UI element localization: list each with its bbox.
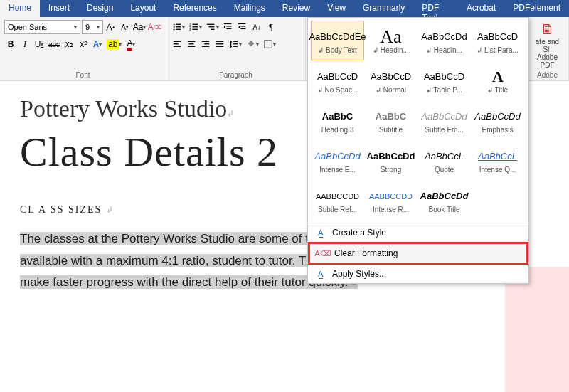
tab-pdftoolset[interactable]: PDF Tool Set [413, 0, 458, 17]
justify-button[interactable] [213, 37, 226, 51]
tab-review[interactable]: Review [274, 0, 319, 17]
bullets-button[interactable]: ▾ [171, 20, 186, 34]
tab-references[interactable]: References [164, 0, 225, 17]
tab-layout[interactable]: Layout [122, 0, 164, 17]
clear-formatting-menu-item[interactable]: A⌫ Clear Formatting [308, 242, 528, 265]
style--table-p-[interactable]: AaBbCcD↲ Table P... [418, 60, 471, 100]
create-style-menu-item[interactable]: A̲ Create a Style [308, 223, 528, 242]
style-label: ↲ Normal [365, 86, 417, 94]
tab-insert[interactable]: Insert [40, 0, 78, 17]
tab-home[interactable]: Home [0, 0, 40, 17]
style-quote[interactable]: AaBbCcLQuote [418, 140, 471, 180]
tab-mailings[interactable]: Mailings [225, 0, 274, 17]
styles-menu: A̲ Create a Style A⌫ Clear Formatting A̲… [308, 223, 528, 283]
style-book-title[interactable]: AaBbCcDdBook Title [418, 180, 471, 220]
style-emphasis[interactable]: AaBbCcDdEmphasis [471, 100, 524, 140]
numbering-button[interactable]: 123▾ [188, 20, 203, 34]
superscript-button[interactable]: x² [77, 37, 90, 51]
tab-view[interactable]: View [319, 0, 354, 17]
grow-font-button[interactable]: A▴ [105, 20, 117, 34]
svg-point-0 [174, 23, 175, 25]
style-subtle-ref-[interactable]: AABBCCDDSubtle Ref... [311, 180, 364, 220]
decrease-indent-button[interactable] [222, 20, 235, 34]
style--body-text[interactable]: AaBbCcDdEe↲ Body Text [311, 21, 364, 60]
svg-rect-35 [233, 43, 238, 44]
italic-button[interactable]: I [18, 37, 31, 51]
svg-text:3: 3 [189, 28, 191, 31]
style-label: Subtle Ref... [312, 206, 363, 213]
svg-rect-20 [240, 28, 245, 29]
sort-button[interactable]: A↓ [250, 20, 263, 34]
svg-rect-7 [192, 24, 198, 25]
create-style-icon: A̲ [315, 227, 326, 238]
align-right-button[interactable] [199, 37, 212, 51]
style-subtitle[interactable]: AaBbCSubtitle [364, 100, 418, 140]
style--no-spac-[interactable]: AaBbCcD↲ No Spac... [311, 60, 364, 100]
font-size-combo[interactable]: 9▾ [82, 20, 102, 34]
svg-rect-16 [226, 26, 231, 26]
underline-button[interactable]: U▾ [33, 37, 46, 51]
tab-grammarly[interactable]: Grammarly [354, 0, 413, 17]
text-effects-button[interactable]: A▾ [91, 37, 104, 51]
style-label: Subtitle [365, 126, 417, 134]
adobe-group: 🗎 ate and Sh Adobe PDF Adobe [526, 17, 569, 80]
clear-formatting-icon[interactable]: A⌫ [148, 20, 161, 34]
style-preview: AaBbCcL [425, 147, 464, 166]
style-preview: AaBbCcDdEe [309, 28, 366, 46]
style--headin-[interactable]: AaBbCcDd↲ Headin... [418, 21, 471, 60]
create-share-pdf-icon[interactable]: 🗎 [531, 21, 564, 38]
bold-button[interactable]: B [4, 37, 17, 51]
svg-rect-34 [233, 41, 238, 42]
svg-rect-9 [192, 26, 198, 27]
style-subtle-em-[interactable]: AaBbCcDdSubtle Em... [418, 100, 471, 140]
highlight-button[interactable]: ab▾ [105, 37, 123, 51]
tab-acrobat[interactable]: Acrobat [458, 0, 504, 17]
style-intense-e-[interactable]: AaBbCcDdIntense E... [311, 140, 364, 180]
svg-point-2 [174, 26, 175, 28]
tab-design[interactable]: Design [78, 0, 122, 17]
font-color-button[interactable]: A▾ [124, 37, 137, 51]
style-strong[interactable]: AaBbCcDdStrong [364, 140, 418, 180]
style--normal[interactable]: AaBbCcD↲ Normal [364, 60, 418, 100]
style-preview: AaBbCcDd [421, 28, 467, 46]
chevron-down-icon: ▾ [74, 24, 77, 31]
style-heading-3[interactable]: AaBbCHeading 3 [311, 100, 364, 140]
svg-rect-26 [188, 46, 196, 47]
subscript-button[interactable]: x₂ [63, 37, 75, 51]
tab-pdfelement[interactable]: PDFelement [504, 0, 569, 17]
increase-indent-button[interactable] [236, 20, 249, 34]
style--list-para-[interactable]: AaBbCcD↲ List Para... [471, 21, 524, 60]
svg-rect-29 [202, 46, 210, 47]
svg-rect-22 [174, 43, 179, 44]
align-center-button[interactable] [185, 37, 198, 51]
line-spacing-button[interactable]: ▾ [228, 37, 243, 51]
style-preview: AaBbCcD [477, 28, 518, 46]
font-name-combo[interactable]: Open Sans▾ [4, 20, 80, 34]
style--title[interactable]: A↲ Title [471, 60, 524, 100]
font-group-label: Font [4, 71, 161, 79]
align-left-button[interactable] [171, 37, 184, 51]
borders-button[interactable]: ▾ [262, 37, 277, 51]
change-case-button[interactable]: Aa▾ [133, 20, 147, 34]
shading-button[interactable]: ▾ [245, 37, 260, 51]
svg-rect-31 [216, 43, 224, 44]
adobe-group-label: Adobe [531, 71, 564, 79]
style-preview: AABBCCDD [316, 187, 359, 206]
svg-rect-17 [226, 28, 231, 29]
strike-button[interactable]: abc [47, 37, 61, 51]
svg-rect-12 [207, 24, 215, 25]
apply-styles-menu-item[interactable]: A̲ Apply Styles... [308, 265, 528, 283]
style-intense-q-[interactable]: AaBbCcLIntense Q... [471, 140, 524, 180]
multilevel-button[interactable]: ▾ [205, 20, 220, 34]
shrink-font-button[interactable]: A▾ [119, 20, 132, 34]
style--headin-[interactable]: Aa↲ Headin... [364, 21, 418, 60]
font-name-value: Open Sans [8, 23, 47, 31]
style-intense-r-[interactable]: AABBCCDDIntense R... [364, 180, 418, 220]
svg-rect-25 [189, 43, 194, 44]
svg-rect-37 [265, 41, 272, 48]
show-marks-button[interactable]: ¶ [265, 20, 277, 34]
svg-rect-23 [174, 46, 181, 47]
eraser-icon: A⌫ [317, 248, 329, 259]
style-label: ↲ Title [472, 86, 523, 94]
style-label: Strong [365, 166, 417, 174]
